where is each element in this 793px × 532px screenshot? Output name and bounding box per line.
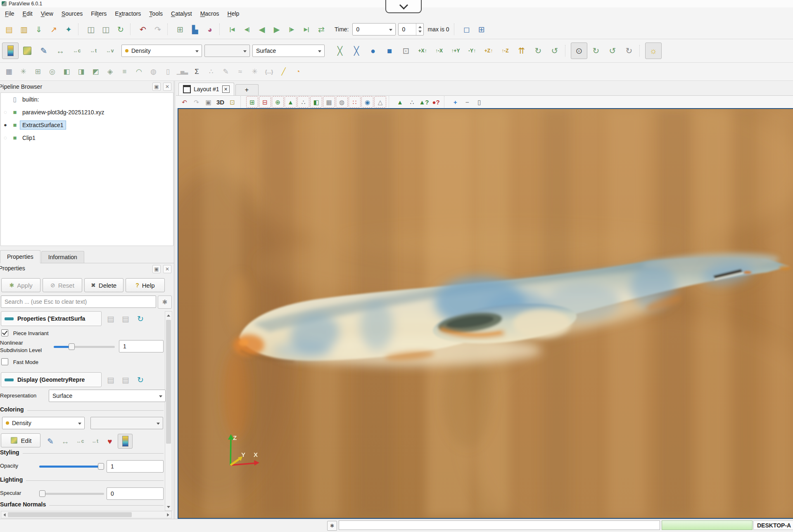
- nonlinear-subdivision-value[interactable]: 1: [119, 340, 164, 352]
- play-icon[interactable]: ▶: [270, 22, 284, 36]
- view-plus-x-icon[interactable]: +X↑: [415, 43, 430, 59]
- paste-properties-icon[interactable]: ▤: [119, 312, 133, 326]
- rescale-custom-range-icon[interactable]: ↔c: [73, 434, 87, 448]
- select-points-through-icon[interactable]: ∴: [297, 96, 309, 108]
- menu-item-tools[interactable]: Tools: [145, 9, 167, 19]
- reset-button[interactable]: ⊘Reset: [43, 278, 82, 292]
- add-selection-icon[interactable]: +: [450, 97, 461, 107]
- specular-value[interactable]: 0: [107, 487, 164, 500]
- rescale-temporal-range-icon[interactable]: ↔t: [88, 434, 102, 448]
- select-cells-through-icon[interactable]: ▲: [285, 96, 297, 108]
- visibility-eye-icon[interactable]: ◌: [1, 109, 10, 115]
- help-button[interactable]: ?Help: [126, 278, 165, 292]
- open-file-icon[interactable]: ▤: [2, 22, 16, 36]
- subtract-selection-icon[interactable]: −: [462, 97, 473, 107]
- stream-tracer-icon[interactable]: ≈: [233, 65, 247, 78]
- interactive-select-points-icon[interactable]: ∴: [406, 97, 418, 107]
- specular-slider[interactable]: [39, 490, 104, 497]
- close-layout-icon[interactable]: ✕: [222, 85, 230, 93]
- color-palette-icon[interactable]: ◕: [203, 22, 217, 36]
- rotate-camera-ccw-icon[interactable]: ↺: [605, 43, 620, 59]
- center-axes-visibility-icon[interactable]: ⊙: [571, 43, 587, 59]
- scroll-down-icon[interactable]: [167, 506, 170, 508]
- next-frame-icon[interactable]: |▶: [285, 22, 299, 36]
- camera-undo-icon[interactable]: ↶: [179, 97, 190, 107]
- visibility-eye-icon[interactable]: ◌: [1, 135, 10, 141]
- select-scatter-icon[interactable]: ∷: [349, 96, 361, 108]
- undo-icon[interactable]: ↶: [136, 22, 150, 36]
- layers-icon[interactable]: ≡: [118, 65, 131, 78]
- select-frustum-icon[interactable]: ◍: [336, 96, 348, 108]
- ruler-vertical-icon[interactable]: ▯: [161, 65, 175, 78]
- spinner-arrows-icon[interactable]: [416, 24, 423, 35]
- scatter-plot-icon[interactable]: ∴: [204, 65, 218, 78]
- extract-grid-icon[interactable]: ⊞: [31, 65, 45, 78]
- apply-geometry-icon[interactable]: ⊞: [173, 22, 187, 36]
- glyph-snowflake-icon[interactable]: ✳: [248, 65, 261, 78]
- pipeline-item-label[interactable]: Clip1: [20, 133, 38, 142]
- color-array-combobox[interactable]: Density: [121, 45, 202, 57]
- redo-icon[interactable]: ↷: [151, 22, 165, 36]
- component-combobox[interactable]: [204, 45, 250, 57]
- extract-cells-icon[interactable]: ◈: [103, 65, 117, 78]
- menu-item-file[interactable]: File: [1, 9, 19, 19]
- interactive-select-cells-icon[interactable]: ▲: [394, 97, 406, 107]
- search-input[interactable]: [1, 296, 156, 308]
- color-scale-icon[interactable]: ▙: [188, 22, 202, 36]
- python-annotation-icon[interactable]: {...}: [262, 65, 276, 78]
- point-interpolator-icon[interactable]: ✳: [17, 65, 30, 78]
- rescale-to-custom-range-icon[interactable]: ↔c: [69, 43, 85, 59]
- frame-spinbox[interactable]: 0: [398, 23, 424, 35]
- query-cells-icon[interactable]: ▲?: [418, 97, 430, 107]
- apply-button[interactable]: ✱Apply: [1, 278, 40, 292]
- display-section-header[interactable]: Display (GeometryRepre: [1, 372, 102, 387]
- coloring-array-combobox[interactable]: Density: [2, 417, 85, 429]
- zoom-closest-to-data-icon[interactable]: ■: [382, 43, 397, 59]
- choose-preset-icon[interactable]: ✎: [43, 434, 57, 448]
- delete-button[interactable]: ✖Delete: [84, 278, 123, 292]
- representation-combobox[interactable]: Surface: [252, 45, 325, 57]
- slice-icon[interactable]: ◨: [74, 65, 88, 78]
- reset-camera-closest-icon[interactable]: ╳: [349, 43, 364, 59]
- scroll-right-icon[interactable]: [167, 513, 169, 516]
- copy-properties-icon[interactable]: ▤: [104, 312, 118, 326]
- zoom-to-selection-icon[interactable]: ◉: [361, 96, 373, 108]
- rescale-to-data-range-icon[interactable]: ↔: [52, 43, 68, 59]
- new-layout-tab[interactable]: +: [235, 84, 259, 95]
- rotate-90-clockwise-icon[interactable]: ↻: [530, 43, 546, 59]
- menu-item-sources[interactable]: Sources: [57, 9, 87, 19]
- glyph-filter-icon[interactable]: ◎: [45, 65, 59, 78]
- pipeline-item-builtin[interactable]: ▯builtin:: [1, 93, 173, 106]
- representation-value-combobox[interactable]: Surface: [49, 390, 166, 402]
- pipeline-item-plot3d-reader[interactable]: ◌■paraview-plot3dg-20251210.xyz: [1, 106, 173, 118]
- undock-panel-icon[interactable]: ▣: [152, 265, 161, 273]
- sphere-source-icon[interactable]: ◍: [147, 65, 160, 78]
- reset-session-icon[interactable]: ↻: [114, 22, 128, 36]
- view-plus-y-icon[interactable]: ↑+Y: [448, 43, 463, 59]
- previous-frame-icon[interactable]: ◀|: [240, 22, 254, 36]
- adjust-camera-icon[interactable]: ↻: [621, 43, 637, 59]
- pipeline-item-extract-surface[interactable]: ●■ExtractSurface1: [1, 118, 173, 131]
- slider-handle[interactable]: [39, 490, 45, 497]
- apply-preset-icon[interactable]: ✦: [62, 22, 76, 36]
- select-cells-polygon-icon[interactable]: ⊕: [272, 96, 284, 108]
- view-minus-z-icon[interactable]: ↑-Z: [497, 43, 513, 59]
- view-minus-y-icon[interactable]: -Y↑: [464, 43, 480, 59]
- query-points-icon[interactable]: ●?: [430, 97, 442, 107]
- properties-vertical-scrollbar[interactable]: [165, 311, 172, 511]
- plot-over-line-icon[interactable]: ▁▅▃: [176, 65, 189, 78]
- pipeline-item-clip[interactable]: ◌■Clip1: [1, 131, 173, 144]
- opacity-slider[interactable]: [39, 463, 104, 470]
- rotate-camera-cw-icon[interactable]: ↻: [588, 43, 604, 59]
- rescale-to-visible-range-icon[interactable]: ↔v: [102, 43, 118, 59]
- select-block-icon[interactable]: ◧: [310, 96, 322, 108]
- view-plus-z-icon[interactable]: +Z↑: [481, 43, 496, 59]
- ruler-icon[interactable]: ╱: [277, 65, 290, 78]
- overlay-chevron-button[interactable]: [385, 0, 422, 13]
- reset-camera-icon[interactable]: ╳: [332, 43, 348, 59]
- capture-screenshot-icon[interactable]: ▣: [203, 97, 214, 107]
- rotate-90-counterclockwise-icon[interactable]: ↺: [547, 43, 563, 59]
- properties-section-header[interactable]: Properties ('ExtractSurfa: [1, 311, 102, 326]
- copy-display-icon[interactable]: ▤: [104, 373, 118, 387]
- edit-color-map-button[interactable]: Edit: [1, 433, 40, 447]
